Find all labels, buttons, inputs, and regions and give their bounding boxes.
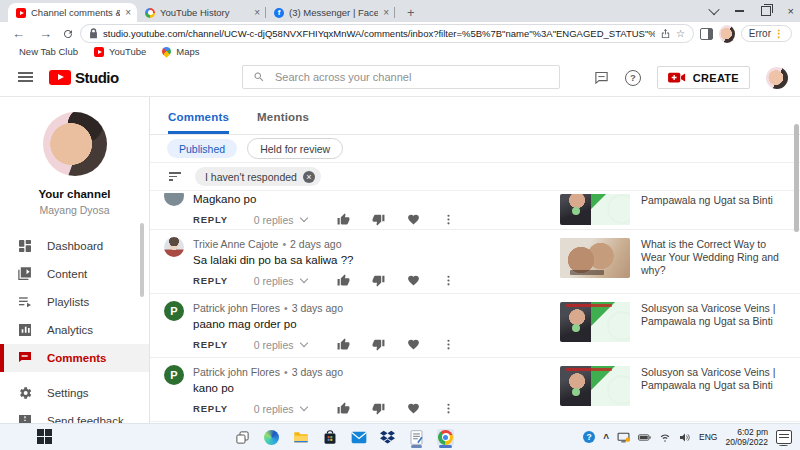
writer-document-icon[interactable] xyxy=(408,429,425,446)
commenter-avatar[interactable] xyxy=(164,193,184,206)
more-vertical-icon[interactable] xyxy=(442,274,455,287)
replies-toggle[interactable]: 0 replies xyxy=(254,403,307,415)
help-tray-icon[interactable]: ? xyxy=(583,431,595,443)
minimize-button[interactable] xyxy=(735,10,744,12)
channel-search-box[interactable] xyxy=(242,65,560,89)
reply-button[interactable]: REPLY xyxy=(193,339,228,350)
account-avatar[interactable] xyxy=(766,67,788,89)
replies-toggle[interactable]: 0 replies xyxy=(254,275,307,287)
tab-close-icon[interactable]: × xyxy=(254,8,260,18)
thumb-down-icon[interactable] xyxy=(372,338,385,351)
battery-icon[interactable] xyxy=(638,433,651,442)
mail-icon[interactable] xyxy=(350,429,367,446)
heart-icon[interactable] xyxy=(407,213,420,226)
remove-filter-icon[interactable]: × xyxy=(303,171,315,183)
new-tab-button[interactable]: + xyxy=(403,4,419,22)
tray-chevron-up-icon[interactable]: ^ xyxy=(603,433,609,444)
video-thumbnail[interactable] xyxy=(560,366,630,406)
heart-icon[interactable] xyxy=(407,274,420,287)
tab-search-chevron-icon[interactable] xyxy=(708,4,719,15)
bookmark-youtube[interactable]: YouTube xyxy=(94,46,146,57)
reply-button[interactable]: REPLY xyxy=(193,275,228,286)
language-indicator[interactable]: ENG xyxy=(699,432,717,442)
thumb-up-icon[interactable] xyxy=(337,213,350,226)
menu-hamburger-icon[interactable] xyxy=(18,69,33,84)
video-title[interactable]: Pampawala ng Ugat sa Binti xyxy=(641,194,783,229)
edge-icon[interactable] xyxy=(263,429,280,446)
thumb-up-icon[interactable] xyxy=(337,338,350,351)
reply-button[interactable]: REPLY xyxy=(193,403,228,414)
commenter-avatar[interactable] xyxy=(164,237,184,257)
filter-chip[interactable]: I haven't responded × xyxy=(195,167,321,186)
more-vertical-icon[interactable] xyxy=(442,402,455,415)
sidebar-item-content[interactable]: Content xyxy=(0,260,149,288)
forward-button[interactable]: → xyxy=(35,27,56,41)
tab-close-icon[interactable]: × xyxy=(125,8,131,18)
sidebar-item-analytics[interactable]: Analytics xyxy=(0,316,149,344)
sidebar-item-playlists[interactable]: Playlists xyxy=(0,288,149,316)
browser-profile-avatar[interactable] xyxy=(719,25,735,43)
display-tray-icon[interactable] xyxy=(617,432,630,443)
heart-icon[interactable] xyxy=(407,338,420,351)
chip-published[interactable]: Published xyxy=(167,139,237,158)
comment-author[interactable]: Patrick john Flores xyxy=(193,302,280,314)
browser-tab-messenger[interactable]: f (3) Messenger | Facebook × xyxy=(266,3,395,22)
thumb-up-icon[interactable] xyxy=(337,402,350,415)
bookmark-star-icon[interactable]: ☆ xyxy=(676,28,685,39)
search-input[interactable] xyxy=(273,70,549,84)
reply-button[interactable]: REPLY xyxy=(193,214,228,225)
restore-button[interactable] xyxy=(761,6,771,16)
create-button[interactable]: CREATE xyxy=(657,66,750,89)
thumb-down-icon[interactable] xyxy=(372,402,385,415)
bookmark-maps[interactable]: Maps xyxy=(162,46,199,57)
video-thumbnail[interactable] xyxy=(560,238,630,278)
dropbox-icon[interactable] xyxy=(379,429,396,446)
thumb-down-icon[interactable] xyxy=(372,274,385,287)
sidebar-item-dashboard[interactable]: Dashboard xyxy=(0,232,149,260)
help-icon[interactable]: ? xyxy=(625,70,641,86)
feedback-bubble-icon[interactable] xyxy=(594,70,609,85)
task-view-icon[interactable] xyxy=(234,429,251,446)
video-thumbnail[interactable] xyxy=(560,194,630,225)
channel-avatar[interactable] xyxy=(43,112,107,176)
close-window-button[interactable]: × xyxy=(788,6,794,17)
wifi-icon[interactable] xyxy=(659,432,671,442)
heart-icon[interactable] xyxy=(407,402,420,415)
tab-comments[interactable]: Comments xyxy=(168,111,229,134)
address-bar[interactable]: studio.youtube.com/channel/UCW-c-djQ58NV… xyxy=(80,24,694,43)
video-title[interactable]: What is the Correct Way to Wear Your Wed… xyxy=(641,238,783,293)
tab-mentions[interactable]: Mentions xyxy=(257,111,309,134)
volume-icon[interactable] xyxy=(679,432,691,443)
chrome-icon[interactable] xyxy=(437,429,454,446)
clock[interactable]: 6:02 pm 20/09/2022 xyxy=(725,427,768,447)
video-title[interactable]: Solusyon sa Varicose Veins | Pampawala n… xyxy=(641,366,783,421)
video-thumbnail[interactable] xyxy=(560,302,630,342)
video-title[interactable]: Solusyon sa Varicose Veins | Pampawala n… xyxy=(641,302,783,357)
commenter-avatar[interactable]: P xyxy=(164,301,184,321)
browser-tab-youtube-history[interactable]: YouTube History × xyxy=(137,3,266,22)
reload-button[interactable] xyxy=(62,28,74,40)
commenter-avatar[interactable]: P xyxy=(164,365,184,385)
file-explorer-icon[interactable] xyxy=(292,429,309,446)
bookmark-new-tab-club[interactable]: New Tab Club xyxy=(19,46,78,57)
comment-author[interactable]: Patrick john Flores xyxy=(193,366,280,378)
thumb-down-icon[interactable] xyxy=(372,213,385,226)
sidebar-scrollbar[interactable] xyxy=(140,223,144,297)
content-scrollbar[interactable] xyxy=(794,124,799,232)
more-vertical-icon[interactable] xyxy=(442,213,455,226)
youtube-studio-logo[interactable]: Studio xyxy=(49,69,119,86)
replies-toggle[interactable]: 0 replies xyxy=(254,214,307,226)
extension-error-button[interactable]: Error ⋮ xyxy=(741,25,792,42)
sidebar-item-settings[interactable]: Settings xyxy=(0,379,149,407)
replies-toggle[interactable]: 0 replies xyxy=(254,339,307,351)
microsoft-store-icon[interactable] xyxy=(321,429,338,446)
comment-author[interactable]: Trixie Anne Cajote xyxy=(193,238,278,250)
sidebar-item-comments[interactable]: Comments xyxy=(0,344,149,372)
start-button[interactable] xyxy=(37,429,52,444)
filter-icon[interactable] xyxy=(169,170,181,184)
chip-held-for-review[interactable]: Held for review xyxy=(247,138,343,159)
notifications-icon[interactable]: 1 xyxy=(776,430,792,444)
share-icon[interactable] xyxy=(660,28,671,39)
browser-tab-channel-comments[interactable]: Channel comments & mentions × xyxy=(8,3,137,22)
side-panel-icon[interactable] xyxy=(700,28,713,40)
